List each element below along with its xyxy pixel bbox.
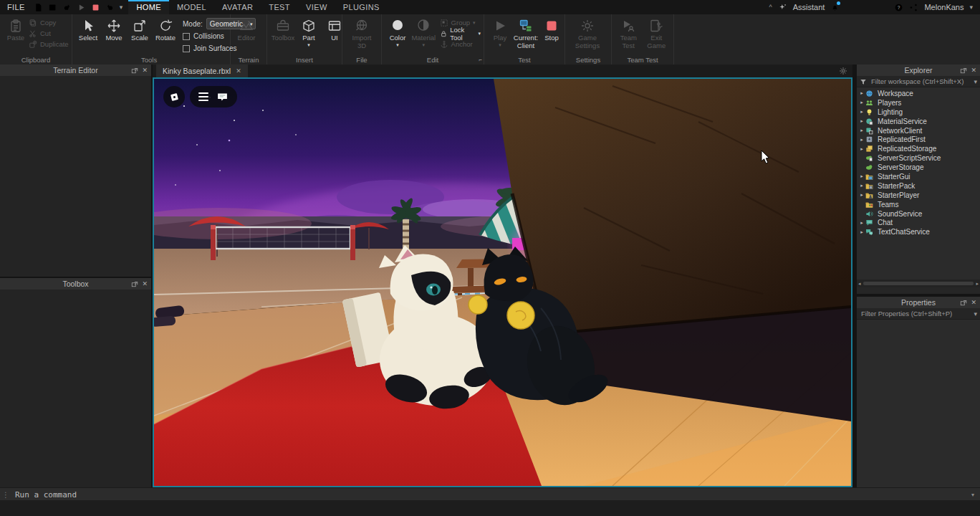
expand-arrow-icon[interactable]: ▸ xyxy=(858,118,865,124)
ribbon-tab-plugins[interactable]: PLUGINS xyxy=(335,0,388,14)
stop-icon[interactable] xyxy=(91,3,100,12)
popout-icon[interactable] xyxy=(960,299,967,306)
explorer-tree-item-lighting[interactable]: ▸ Lighting xyxy=(857,108,980,117)
notifications-button[interactable] xyxy=(830,3,840,12)
expand-arrow-icon[interactable]: ▸ xyxy=(858,173,865,179)
explorer-tree-item-replicatedstorage[interactable]: ▸ ReplicatedStorage xyxy=(857,144,980,153)
team-test-button[interactable]: Team Test xyxy=(615,16,643,52)
chat-bubble-icon[interactable] xyxy=(216,91,229,103)
close-icon[interactable]: ✕ xyxy=(971,67,976,74)
undo-icon[interactable] xyxy=(105,3,115,12)
explorer-tree-item-soundservice[interactable]: SoundService xyxy=(857,209,980,219)
expand-arrow-icon[interactable]: ▸ xyxy=(858,137,865,143)
user-caret-icon[interactable]: ▾ xyxy=(969,4,973,11)
import-3d-button[interactable]: Import 3D xyxy=(345,16,378,52)
close-icon[interactable]: ✕ xyxy=(142,281,148,287)
explorer-tree-item-starterplayer[interactable]: ▸ StarterPlayer xyxy=(857,191,980,200)
expand-arrow-icon[interactable]: ▸ xyxy=(858,192,865,198)
cut-button[interactable]: Cut xyxy=(29,29,69,38)
expand-arrow-icon[interactable]: ▸ xyxy=(858,100,865,105)
quick-access-more-icon[interactable]: ▾ xyxy=(120,4,123,11)
tab-close-icon[interactable]: ✕ xyxy=(236,67,241,75)
explorer-tree-item-chat[interactable]: ▸ Chat xyxy=(857,218,980,227)
explorer-tree-item-teams[interactable]: Teams xyxy=(857,200,980,209)
explorer-tree-item-networkclient[interactable]: ▸ NetworkClient xyxy=(857,126,980,135)
move-tool-button[interactable]: Move xyxy=(101,16,127,44)
scroll-left-icon[interactable]: ◂ xyxy=(858,281,861,287)
color-caret-icon[interactable]: ▾ xyxy=(396,42,399,47)
explorer-h-scrollbar[interactable]: ◂ ▸ xyxy=(857,280,980,287)
explorer-filter[interactable]: ▾ xyxy=(857,76,980,87)
roblox-menu-button[interactable] xyxy=(163,86,185,108)
explorer-tree-item-serverstorage[interactable]: ServerStorage xyxy=(857,163,980,172)
edit-dialog-launcher-icon[interactable]: ⌐ xyxy=(479,57,482,63)
rotate-tool-button[interactable]: Rotate xyxy=(153,16,178,44)
current-client-button[interactable]: Current: Client xyxy=(513,16,539,52)
scroll-thumb[interactable] xyxy=(863,282,974,285)
anchor-button[interactable]: Anchor xyxy=(440,39,481,49)
share-icon[interactable] xyxy=(909,3,918,12)
ribbon-tab-avatar[interactable]: AVATAR xyxy=(214,0,261,14)
explorer-filter-input[interactable] xyxy=(870,77,971,86)
explorer-tree-item-materialservice[interactable]: ▸ MaterialService xyxy=(857,117,980,126)
terrain-editor-button[interactable]: Editor xyxy=(234,16,259,44)
expand-arrow-icon[interactable]: ▸ xyxy=(858,128,865,133)
document-tab[interactable]: Kinky Baseplate.rbxl ✕ xyxy=(156,64,248,77)
command-history-caret-icon[interactable]: ▾ xyxy=(971,492,980,498)
collapse-ribbon-icon[interactable]: ^ xyxy=(769,4,772,11)
explorer-tree-item-workspace[interactable]: ▸ Workspace xyxy=(857,89,980,98)
expand-arrow-icon[interactable]: ▸ xyxy=(858,183,865,188)
color-button[interactable]: Color ▾ xyxy=(385,16,410,49)
lock-tool-caret-icon[interactable]: ▾ xyxy=(478,31,481,36)
close-icon[interactable]: ✕ xyxy=(971,300,976,306)
explorer-tree-item-players[interactable]: ▸ Players xyxy=(857,98,980,108)
collisions-checkbox[interactable] xyxy=(183,33,190,40)
material-caret-icon[interactable]: ▾ xyxy=(423,42,426,47)
explorer-tree-item-startergui[interactable]: ▸ StarterGui xyxy=(857,172,980,181)
toolbox-button[interactable]: Toolbox xyxy=(270,16,296,44)
file-menu[interactable]: FILE xyxy=(0,3,32,11)
expand-arrow-icon[interactable]: ▸ xyxy=(858,109,865,115)
part-caret-icon[interactable]: ▾ xyxy=(307,42,310,47)
command-bar-grip[interactable]: ⋮ xyxy=(0,491,14,499)
explorer-tree-item-replicatedfirst[interactable]: ▸ ReplicatedFirst xyxy=(857,135,980,144)
material-button[interactable]: Material ▾ xyxy=(410,16,437,49)
ribbon-tab-view[interactable]: VIEW xyxy=(298,0,335,14)
ribbon-tab-model[interactable]: MODEL xyxy=(169,0,214,14)
command-input[interactable] xyxy=(14,489,971,500)
part-button[interactable]: Part ▾ xyxy=(296,16,322,49)
popout-icon[interactable] xyxy=(131,67,138,74)
user-account-button[interactable]: MelonKans xyxy=(924,3,964,11)
game-settings-button[interactable]: Game Settings xyxy=(568,16,607,52)
select-tool-button[interactable]: Select xyxy=(75,16,101,44)
explorer-tree-item-starterpack[interactable]: ▸ StarterPack xyxy=(857,181,980,191)
popout-icon[interactable] xyxy=(131,280,138,287)
paste-button[interactable]: Paste xyxy=(3,16,29,44)
redo-icon[interactable] xyxy=(62,3,72,12)
lock-tool-button[interactable]: Lock Tool▾ xyxy=(440,29,481,38)
popout-icon[interactable] xyxy=(960,67,967,74)
close-icon[interactable]: ✕ xyxy=(142,67,148,74)
help-icon[interactable]: ? xyxy=(894,3,903,12)
expand-arrow-icon[interactable]: ▸ xyxy=(858,229,865,235)
scale-tool-button[interactable]: Scale xyxy=(127,16,153,44)
filter-caret-icon[interactable]: ▾ xyxy=(974,78,977,85)
properties-filter[interactable]: ▾ xyxy=(857,308,980,320)
hamburger-menu-icon[interactable] xyxy=(198,92,208,101)
play-icon[interactable] xyxy=(77,3,86,12)
expand-arrow-icon[interactable]: ▸ xyxy=(858,146,865,152)
expand-arrow-icon[interactable]: ▸ xyxy=(858,90,865,96)
join-surfaces-checkbox[interactable] xyxy=(183,45,190,52)
viewport-settings-gear-icon[interactable] xyxy=(839,67,852,75)
filter-caret-icon[interactable]: ▾ xyxy=(974,310,977,317)
explorer-tree-item-textchatservice[interactable]: ▸ TextChatService xyxy=(857,227,980,236)
ribbon-tab-test[interactable]: TEST xyxy=(261,0,298,14)
new-file-icon[interactable] xyxy=(34,3,43,12)
scroll-right-icon[interactable]: ▸ xyxy=(976,281,979,287)
expand-arrow-icon[interactable]: ▸ xyxy=(858,220,865,226)
3d-viewport[interactable] xyxy=(153,77,852,487)
play-button[interactable]: Play ▾ xyxy=(487,16,513,49)
assistant-button[interactable]: Assistant xyxy=(793,3,825,11)
duplicate-button[interactable]: Duplicate xyxy=(29,39,69,49)
properties-filter-input[interactable] xyxy=(860,309,971,318)
